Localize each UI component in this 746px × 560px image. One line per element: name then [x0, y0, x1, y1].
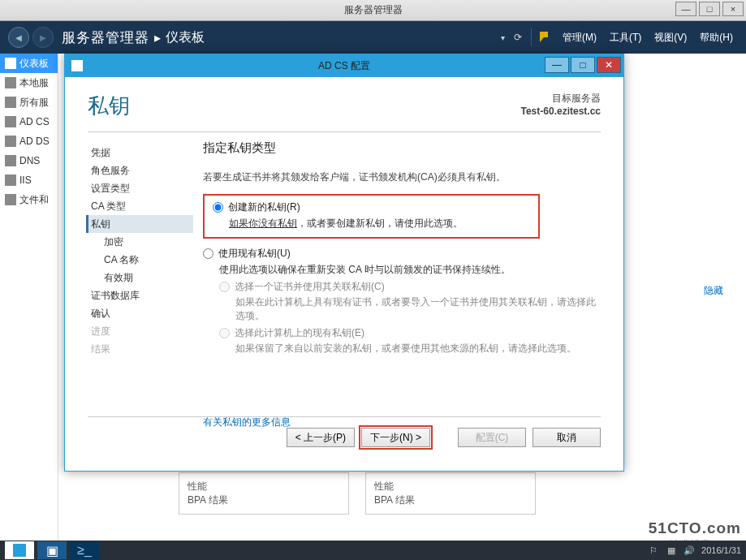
subradio-select-existing-key-input [219, 328, 230, 338]
wizard-title: AD CS 配置 [318, 59, 370, 73]
wizard-content: 指定私钥类型 若要生成证书并将其颁发给客户端，证书颁发机构(CA)必须具有私钥。… [193, 132, 623, 416]
radio-create-new-key-label: 创建新的私钥(R) [228, 200, 300, 214]
breadcrumb-current: 仪表板 [166, 29, 205, 46]
sidebar-item-adcs[interactable]: AD CS [0, 112, 58, 131]
window-title: 服务器管理器 [344, 3, 403, 17]
dashboard-icon [5, 58, 16, 69]
wizard-header: 私钥 目标服务器 Test-60.ezitest.cc [65, 77, 623, 127]
file-icon [5, 194, 16, 205]
panel-bpa-label: BPA 结果 [188, 493, 340, 507]
sidebar-item-adds[interactable]: AD DS [0, 131, 58, 151]
menu-manage[interactable]: 管理(M) [558, 31, 602, 45]
nav-back-button[interactable]: ◄ [8, 27, 29, 48]
content-info-text: 若要生成证书并将其颁发给客户端，证书颁发机构(CA)必须具有私钥。 [203, 170, 602, 184]
taskbar-powershell[interactable]: ≥_ [70, 541, 99, 559]
wizard-nav-ca-type[interactable]: CA 类型 [86, 197, 193, 215]
sidebar-item-dns[interactable]: DNS [0, 151, 58, 170]
start-button[interactable] [5, 541, 34, 559]
target-server-label: 目标服务器 [521, 92, 602, 106]
radio-create-new-key[interactable]: 创建新的私钥(R) [213, 200, 530, 214]
adcs-config-wizard: AD CS 配置 — □ ✕ 私钥 目标服务器 Test-60.ezitest.… [64, 54, 624, 472]
configure-button: 配置(C) [458, 428, 526, 447]
adds-icon [5, 136, 16, 147]
wizard-nav-private-key[interactable]: 私钥 [86, 215, 193, 233]
wizard-nav-cryptography[interactable]: 加密 [86, 233, 193, 251]
wizard-nav-confirm[interactable]: 确认 [86, 304, 193, 322]
tray-flag-icon[interactable]: ⚐ [648, 545, 659, 556]
tray-sound-icon[interactable]: 🔊 [683, 545, 695, 556]
wizard-close-button[interactable]: ✕ [597, 57, 621, 73]
refresh-icon[interactable]: ⟳ [508, 28, 528, 47]
panel-perf-label: 性能 [188, 480, 340, 493]
sidebar-item-iis[interactable]: IIS [0, 170, 58, 190]
prev-button[interactable]: < 上一步(P) [287, 428, 355, 447]
outer-window-titlebar: 服务器管理器 — □ × [0, 0, 746, 21]
bg-panel-2: 性能 BPA 结果 [365, 472, 536, 515]
server-manager-header: ◄ ► 服务器管理器 ▸ 仪表板 ▾ ⟳ 管理(M) 工具(T) 视图(V) 帮… [0, 21, 746, 54]
more-info-link[interactable]: 有关私钥的更多信息 [203, 416, 291, 429]
wizard-nav-ca-name[interactable]: CA 名称 [86, 251, 193, 269]
wizard-nav-validity[interactable]: 有效期 [86, 269, 193, 286]
radio-use-existing-key-input[interactable] [203, 248, 213, 259]
wizard-nav-cert-db[interactable]: 证书数据库 [86, 286, 193, 304]
wizard-nav-progress: 进度 [86, 322, 193, 340]
menu-help[interactable]: 帮助(H) [695, 31, 738, 45]
adcs-icon [5, 116, 16, 127]
wizard-nav-role-services[interactable]: 角色服务 [86, 162, 193, 179]
wizard-page-title: 私钥 [88, 92, 130, 120]
subradio-select-cert-desc: 如果在此计算机上具有现有证书，或者要导入一个证书并使用其关联私钥，请选择此选项。 [203, 295, 602, 323]
menu-tools[interactable]: 工具(T) [605, 31, 646, 45]
breadcrumb-sep: ▸ [154, 30, 161, 45]
minimize-button[interactable]: — [675, 2, 696, 16]
radio-create-new-key-input[interactable] [213, 202, 223, 213]
svg-marker-0 [540, 32, 548, 42]
app-title: 服务器管理器 [62, 28, 149, 47]
wizard-min-button[interactable]: — [545, 57, 569, 73]
server-icon [5, 77, 16, 88]
wizard-max-button[interactable]: □ [571, 57, 595, 73]
watermark-top: 51CTO.com [649, 519, 741, 537]
sidebar-item-file[interactable]: 文件和 [0, 190, 58, 209]
tray-network-icon[interactable]: ▦ [666, 545, 677, 556]
close-button[interactable]: × [722, 2, 744, 16]
menu-view[interactable]: 视图(V) [649, 31, 692, 45]
dns-icon [5, 155, 16, 166]
taskbar-date[interactable]: 2016/1/31 [701, 545, 741, 555]
sidebar-item-dashboard[interactable]: 仪表板 [0, 54, 58, 73]
target-server-value: Test-60.ezitest.cc [521, 106, 602, 117]
hide-link[interactable]: 隐藏 [704, 284, 723, 298]
windows-logo-icon [13, 544, 26, 557]
cancel-button[interactable]: 取消 [533, 428, 601, 447]
maximize-button[interactable]: □ [699, 2, 720, 16]
radio-create-new-key-desc: 如果你没有私钥，或者要创建新私钥，请使用此选项。 [213, 217, 530, 230]
subradio-select-existing-key-label: 选择此计算机上的现有私钥(E) [235, 326, 364, 340]
wizard-nav-setup-type[interactable]: 设置类型 [86, 179, 193, 197]
content-section-title: 指定私钥类型 [203, 140, 602, 156]
iis-icon [5, 174, 16, 186]
next-button[interactable]: 下一步(N) > [361, 428, 430, 447]
wizard-titlebar[interactable]: AD CS 配置 — □ ✕ [65, 54, 623, 77]
bg-panel-1: 性能 BPA 结果 [179, 472, 349, 515]
sm-sidebar: 仪表板 本地服 所有服 AD CS AD DS DNS IIS 文件和 [0, 54, 58, 541]
notifications-flag-icon[interactable] [535, 28, 554, 47]
subradio-select-cert: 选择一个证书并使用其关联私钥(C) [219, 280, 602, 294]
subradio-select-existing-key-desc: 如果保留了来自以前安装的私钥，或者要使用其他来源的私钥，请选择此选项。 [203, 342, 602, 355]
wizard-nav-credentials[interactable]: 凭据 [86, 144, 193, 162]
radio-use-existing-key[interactable]: 使用现有私钥(U) [203, 247, 602, 261]
taskbar-server-manager[interactable]: ▣ [37, 541, 67, 559]
wizard-icon [71, 60, 83, 71]
wizard-nav: 凭据 角色服务 设置类型 CA 类型 私钥 加密 CA 名称 有效期 证书数据库… [65, 132, 193, 416]
option-create-new-key-group: 创建新的私钥(R) 如果你没有私钥，或者要创建新私钥，请使用此选项。 [203, 194, 540, 239]
taskbar: ▣ ≥_ ⚐ ▦ 🔊 2016/1/31 [0, 541, 746, 560]
radio-use-existing-key-label: 使用现有私钥(U) [218, 247, 291, 261]
subradio-select-cert-label: 选择一个证书并使用其关联私钥(C) [235, 280, 385, 294]
sidebar-item-all[interactable]: 所有服 [0, 93, 58, 112]
servers-icon [5, 97, 16, 108]
panel-perf-label: 性能 [374, 480, 527, 493]
subradio-select-existing-key: 选择此计算机上的现有私钥(E) [219, 326, 602, 340]
radio-use-existing-key-desc: 使用此选项以确保在重新安装 CA 时与以前颁发的证书保持连续性。 [203, 263, 602, 277]
subradio-select-cert-input [219, 282, 230, 292]
panel-bpa-label: BPA 结果 [374, 493, 527, 507]
sidebar-item-local[interactable]: 本地服 [0, 73, 58, 93]
nav-forward-button[interactable]: ► [32, 27, 54, 48]
